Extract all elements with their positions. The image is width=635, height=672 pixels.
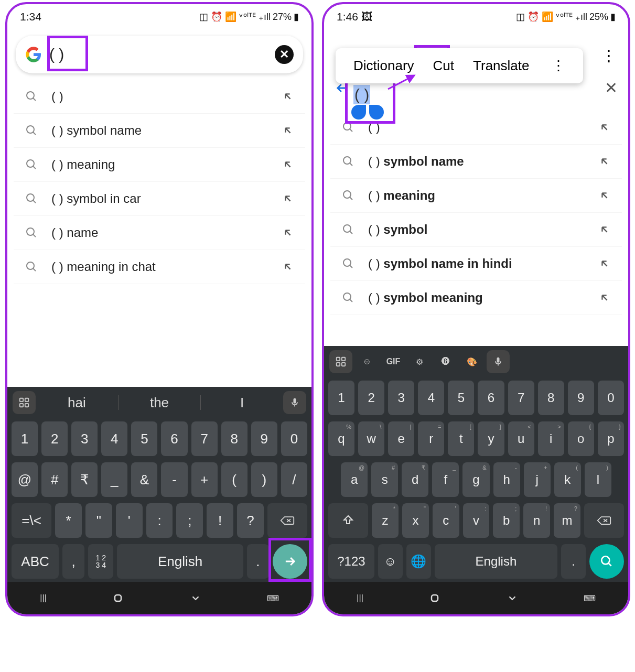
suggestion-item[interactable]: ( ) meaning xyxy=(330,179,622,213)
search-box[interactable]: ( ) ✕ xyxy=(16,36,303,73)
kb-sticker-icon[interactable]: ☺ xyxy=(356,350,379,373)
suggestion-item[interactable]: ( ) symbol meaning xyxy=(330,281,622,315)
ctx-cut[interactable]: Cut xyxy=(433,58,454,74)
clear-button[interactable]: ✕ xyxy=(275,45,294,64)
key[interactable]: 8 xyxy=(538,381,564,415)
key-backspace[interactable] xyxy=(584,503,624,538)
kb-gif-icon[interactable]: GIF xyxy=(382,350,405,373)
key[interactable]: 2 xyxy=(358,381,384,415)
insert-arrow-icon[interactable] xyxy=(599,258,610,269)
key[interactable]: g& xyxy=(462,462,489,497)
key[interactable]: 1 xyxy=(12,421,38,456)
key[interactable]: _ xyxy=(101,462,127,497)
suggestion-item[interactable]: ( ) name xyxy=(14,216,305,250)
key[interactable]: f_ xyxy=(432,462,459,497)
key-space[interactable]: English xyxy=(435,544,557,579)
key[interactable]: x" xyxy=(402,503,429,538)
key[interactable]: ; xyxy=(176,503,203,538)
selection-handle-left[interactable] xyxy=(351,105,366,120)
key[interactable]: h- xyxy=(493,462,520,497)
suggestion-item[interactable]: ( ) symbol name xyxy=(14,114,305,148)
key[interactable]: 9 xyxy=(251,421,277,456)
nav-back-icon[interactable] xyxy=(190,592,201,604)
key-search[interactable] xyxy=(589,544,624,579)
key[interactable]: e| xyxy=(388,421,414,456)
key[interactable]: 2 xyxy=(41,421,68,456)
key[interactable]: + xyxy=(191,462,218,497)
insert-arrow-icon[interactable] xyxy=(282,261,294,273)
key[interactable]: d₹ xyxy=(402,462,428,497)
key[interactable]: 7 xyxy=(508,381,534,415)
search-input[interactable]: ( ) xyxy=(49,46,275,63)
key[interactable]: ? xyxy=(237,503,264,538)
key[interactable]: 0 xyxy=(281,421,307,456)
key[interactable]: s# xyxy=(371,462,398,497)
key[interactable]: 3 xyxy=(71,421,98,456)
ctx-translate[interactable]: Translate xyxy=(473,58,529,74)
nav-keyboard-icon[interactable]: ⌨ xyxy=(584,593,596,603)
key[interactable]: 5 xyxy=(448,381,474,415)
key[interactable]: 9 xyxy=(568,381,594,415)
key[interactable]: @ xyxy=(12,462,38,497)
key[interactable]: " xyxy=(85,503,112,538)
key-symbols[interactable]: ?123 xyxy=(328,544,374,579)
key-abc[interactable]: ABC xyxy=(12,544,59,579)
key[interactable]: 3 xyxy=(388,381,414,415)
overflow-menu-icon[interactable]: ⋮ xyxy=(601,46,617,64)
key-space[interactable]: English xyxy=(117,544,243,579)
key[interactable]: ( xyxy=(221,462,247,497)
key[interactable]: 7 xyxy=(191,421,218,456)
suggestion-item[interactable]: ( ) symbol name in hindi xyxy=(330,247,622,281)
nav-home-icon[interactable] xyxy=(428,592,441,604)
key[interactable]: t[ xyxy=(448,421,474,456)
insert-arrow-icon[interactable] xyxy=(282,193,294,204)
key[interactable]: ' xyxy=(116,503,143,538)
key-emoji[interactable]: ☺ xyxy=(378,544,403,579)
insert-arrow-icon[interactable] xyxy=(282,125,294,136)
nav-keyboard-icon[interactable]: ⌨ xyxy=(267,593,279,603)
kb-word-1[interactable]: hai xyxy=(39,395,115,411)
key[interactable]: 1 xyxy=(328,381,354,415)
key-comma[interactable]: , xyxy=(62,544,84,579)
kb-theme-icon[interactable]: 🎨 xyxy=(460,350,483,373)
key[interactable]: 6 xyxy=(478,381,504,415)
key[interactable]: m? xyxy=(554,503,580,538)
key[interactable]: ) xyxy=(251,462,277,497)
insert-arrow-icon[interactable] xyxy=(599,190,610,201)
key[interactable]: - xyxy=(161,462,187,497)
key[interactable]: k( xyxy=(554,462,581,497)
suggestion-item[interactable]: ( ) symbol in car xyxy=(14,182,305,216)
key[interactable]: p} xyxy=(598,421,624,456)
key[interactable]: a@ xyxy=(341,462,368,497)
ctx-dictionary[interactable]: Dictionary xyxy=(353,58,414,74)
suggestion-item[interactable]: ( ) meaning in chat xyxy=(14,250,305,284)
kb-mic-icon[interactable] xyxy=(283,391,306,414)
key[interactable]: q% xyxy=(328,421,354,456)
insert-arrow-icon[interactable] xyxy=(599,292,610,304)
key[interactable]: 6 xyxy=(161,421,187,456)
nav-back-icon[interactable] xyxy=(507,592,518,604)
suggestion-item[interactable]: ( ) meaning xyxy=(14,148,305,182)
key[interactable]: & xyxy=(131,462,157,497)
key-symbols[interactable]: =\< xyxy=(12,503,51,538)
key[interactable]: 4 xyxy=(101,421,127,456)
key[interactable]: n! xyxy=(523,503,550,538)
ctx-more-icon[interactable]: ⋮ xyxy=(552,58,565,74)
key[interactable]: * xyxy=(55,503,82,538)
key-numpad[interactable]: 1 2 3 4 xyxy=(88,544,113,579)
key[interactable]: z* xyxy=(372,503,399,538)
key[interactable]: j+ xyxy=(524,462,551,497)
key-shift[interactable] xyxy=(328,503,368,538)
kb-mic-icon[interactable] xyxy=(487,350,510,373)
nav-recents-icon[interactable]: ||| xyxy=(357,593,363,603)
close-icon[interactable]: ✕ xyxy=(605,79,618,97)
key[interactable]: / xyxy=(281,462,307,497)
kb-word-2[interactable]: the xyxy=(122,395,198,411)
key[interactable]: i> xyxy=(538,421,564,456)
key[interactable]: 8 xyxy=(221,421,247,456)
kb-settings-icon[interactable]: ⚙ xyxy=(408,350,431,373)
key[interactable]: 0 xyxy=(598,381,624,415)
key-backspace[interactable] xyxy=(267,503,307,538)
insert-arrow-icon[interactable] xyxy=(599,122,610,133)
key[interactable]: l) xyxy=(585,462,611,497)
